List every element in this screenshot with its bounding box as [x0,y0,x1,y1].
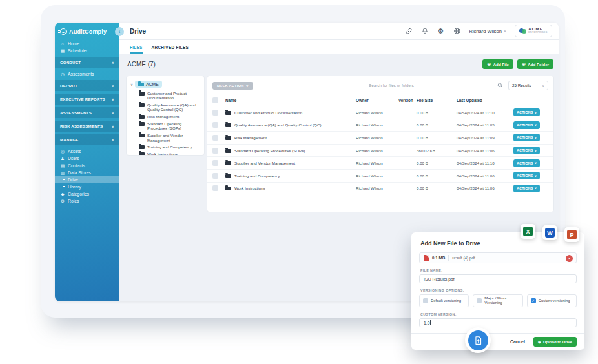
row-actions-button[interactable]: ACTIONS ∨ [513,185,540,192]
tree-item[interactable]: Standard Operating Procedures (SOPs) [139,121,200,131]
tree-item[interactable]: Quality Assurance (QA) and Quality Contr… [139,103,200,112]
checkbox-checked[interactable]: ✓ [531,298,536,303]
folder-icon [225,174,231,178]
tab-files[interactable]: FILES [130,45,143,54]
row-checkbox[interactable] [212,160,218,166]
checkbox-unchecked[interactable] [477,298,482,303]
sidebar-section-executive-reports[interactable]: EXECUTIVE REPORTS ∨ [55,94,119,105]
sidebar-item-label: Users [68,156,79,161]
tree-root-node[interactable]: ∨ ACME [130,81,200,88]
sidebar-item-library[interactable]: Library [55,183,119,190]
tree-item-label: Supplier and Vendor Management [147,133,200,143]
row-name: Standard Operating Procedures (SOPs) [234,148,305,153]
tree-item[interactable]: Risk Management [139,114,200,119]
sidebar-item-roles[interactable]: ⚙ Roles [55,197,119,205]
sidebar-item-users[interactable]: ♟ Users [55,155,119,162]
sidebar-item-drive[interactable]: Drive [55,176,119,183]
row-actions-button[interactable]: ACTIONS ∨ [513,159,540,167]
folder-icon [139,115,145,119]
row-actions-button[interactable]: ACTIONS ∨ [513,108,540,116]
sidebar-item-data-stores[interactable]: ▥ Data Stores [55,169,119,176]
add-folder-button[interactable]: ⊕ Add Folder [517,59,553,69]
upload-fab-ring [465,327,491,353]
tree-expand-icon[interactable]: ∨ [130,83,133,86]
select-all-checkbox[interactable] [212,97,218,103]
row-checkbox[interactable] [212,185,218,191]
option-default-versioning[interactable]: Default versioning [419,294,469,307]
sidebar-section-assessments[interactable]: ASSESSMENTS ∨ [55,107,119,118]
page: AuditComply ⌂ Home ▦ Scheduler CONDUCT ∧… [0,0,598,364]
sidebar-item-categories[interactable]: ◆ Categories [55,190,119,197]
row-last-updated: 04/Sep/2024 at 11:06 [457,186,513,190]
row-file-size: 0.00 B [417,161,457,165]
sidebar-item-assets[interactable]: ◎ Assets [55,148,119,155]
row-checkbox[interactable] [212,122,218,128]
page-heading: ACME (7) [127,61,156,68]
chevron-down-icon: ∨ [535,187,537,190]
add-file-button[interactable]: ⊕ Add File [482,59,513,69]
chevron-down-icon: ∨ [112,97,114,101]
sidebar-item-label: Assets [68,149,81,154]
row-actions-button[interactable]: ACTIONS ∨ [513,121,540,129]
sidebar-section-risk-assessments[interactable]: RISK ASSESSMENTS ∨ [55,121,119,132]
brand-logo-text: AuditComply [69,28,107,35]
chevron-down-icon: ∨ [535,123,537,126]
user-menu[interactable]: Richard Wilson ∨ [469,28,506,34]
column-header-name: Name [225,98,356,103]
search-icon[interactable] [497,79,503,91]
bell-icon[interactable] [421,27,429,35]
top-header: Drive ⚙ Richard Wilson ∨ [119,23,559,40]
table-header-row: Name Owner Version File Size Last Update… [207,94,553,106]
versioning-options: Default versioning Major / Minor Version… [419,294,577,307]
upload-to-drive-button[interactable]: ⊕ Upload to Drive [533,337,577,347]
table-toolbar: BULK ACTION ∨ 25 Results ∨ [207,76,553,94]
sidebar-item-contacts[interactable]: ▤ Contacts [55,162,119,169]
row-file-size: 0.00 B [417,174,457,178]
option-custom-versioning[interactable]: ✓ Custom versioning [527,294,577,307]
row-checkbox[interactable] [212,173,218,179]
sidebar-item-label: Drive [68,177,78,182]
chevron-down-icon: ∨ [535,149,537,152]
sidebar-item-scheduler[interactable]: ▦ Scheduler [55,47,119,54]
option-major-minor-versioning[interactable]: Major / Minor Versioning [473,294,522,307]
row-file-size: 0.00 B [417,110,457,115]
tree-item[interactable]: Work Instructions [139,152,200,156]
sidebar-item-assessments[interactable]: ◷ Assessments [55,70,119,77]
tree-item[interactable]: Training and Competency [139,145,200,149]
folder-icon [225,111,231,115]
sidebar-section-conduct[interactable]: CONDUCT ∧ [55,57,119,68]
sidebar-section-report[interactable]: REPORT ∨ [55,80,119,91]
row-checkbox[interactable] [212,148,218,154]
results-per-page-select[interactable]: 25 Results ∨ [508,81,548,90]
upload-file-button[interactable] [468,330,488,350]
sidebar-item-home[interactable]: ⌂ Home [55,40,119,47]
tree-item[interactable]: Customer and Product Documentation [139,91,200,101]
checkbox-unchecked[interactable] [423,298,428,303]
remove-file-button[interactable]: × [566,255,573,262]
row-checkbox[interactable] [212,135,218,141]
row-actions-button[interactable]: ACTIONS ∨ [513,134,540,141]
chevron-down-icon: ∨ [535,136,537,139]
cancel-button[interactable]: Cancel [510,339,525,344]
file-size: 0.1 MB [432,256,445,260]
tree-item-label: Work Instructions [147,152,178,156]
custom-version-label: CUSTOM VERSION: [420,312,575,316]
custom-version-field[interactable]: 1.0 [419,318,577,327]
row-actions-button[interactable]: ACTIONS ∨ [513,172,540,179]
search-input[interactable] [369,83,495,88]
link-icon[interactable] [405,27,413,35]
tree-item[interactable]: Supplier and Vendor Management [139,133,200,143]
gear-icon[interactable]: ⚙ [437,27,445,35]
tab-archived-files[interactable]: ARCHIVED FILES [152,45,189,54]
file-name-field[interactable]: ISO Results.pdf [419,274,577,283]
globe-icon[interactable] [453,27,461,35]
brand-logo[interactable]: AuditComply [55,23,119,40]
sidebar-collapse-button[interactable]: ‹ [115,27,124,36]
folder-icon [225,187,231,190]
row-actions-button[interactable]: ACTIONS ∨ [513,147,540,154]
column-header-owner: Owner [356,98,398,103]
bulk-action-button[interactable]: BULK ACTION ∨ [212,82,253,90]
row-checkbox[interactable] [212,110,218,116]
sidebar-section-manage[interactable]: MANAGE ∧ [55,134,119,145]
sidebar-item-label: Contacts [68,163,85,168]
